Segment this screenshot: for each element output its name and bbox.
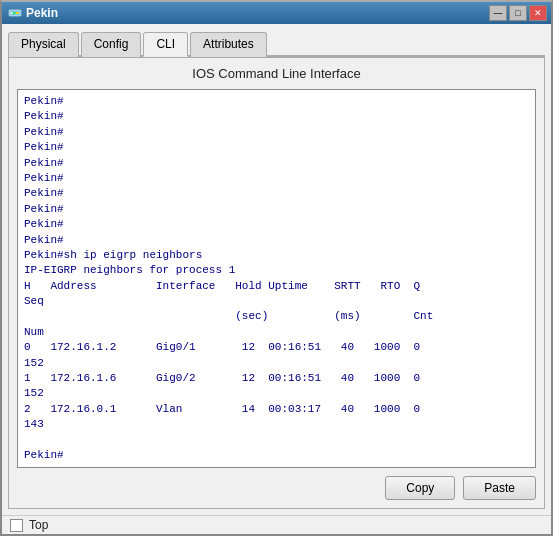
button-row: Copy Paste xyxy=(17,476,536,500)
copy-button[interactable]: Copy xyxy=(385,476,455,500)
title-bar: Pekin — □ ✕ xyxy=(2,2,551,24)
panel-title: IOS Command Line Interface xyxy=(17,66,536,81)
top-label: Top xyxy=(29,518,48,532)
window-title: Pekin xyxy=(26,6,58,20)
paste-button[interactable]: Paste xyxy=(463,476,536,500)
tab-cli[interactable]: CLI xyxy=(143,32,188,57)
title-bar-left: Pekin xyxy=(8,6,58,20)
tab-attributes[interactable]: Attributes xyxy=(190,32,267,57)
tab-physical[interactable]: Physical xyxy=(8,32,79,57)
bottom-bar: Top xyxy=(2,515,551,534)
close-button[interactable]: ✕ xyxy=(529,5,547,21)
tab-config[interactable]: Config xyxy=(81,32,142,57)
svg-point-2 xyxy=(13,12,15,14)
terminal-output[interactable]: Pekin# Pekin# Pekin# Pekin# Pekin# Pekin… xyxy=(18,90,535,467)
content-area: Physical Config CLI Attributes IOS Comma… xyxy=(2,24,551,515)
maximize-button[interactable]: □ xyxy=(509,5,527,21)
terminal-wrapper: Pekin# Pekin# Pekin# Pekin# Pekin# Pekin… xyxy=(17,89,536,468)
top-checkbox[interactable] xyxy=(10,519,23,532)
title-controls: — □ ✕ xyxy=(489,5,547,21)
cli-panel: IOS Command Line Interface Pekin# Pekin#… xyxy=(8,57,545,509)
svg-point-1 xyxy=(11,12,13,14)
tab-bar: Physical Config CLI Attributes xyxy=(8,30,545,57)
router-icon xyxy=(8,6,22,20)
minimize-button[interactable]: — xyxy=(489,5,507,21)
main-window: Pekin — □ ✕ Physical Config CLI Attribut… xyxy=(0,0,553,536)
svg-rect-3 xyxy=(16,12,19,14)
